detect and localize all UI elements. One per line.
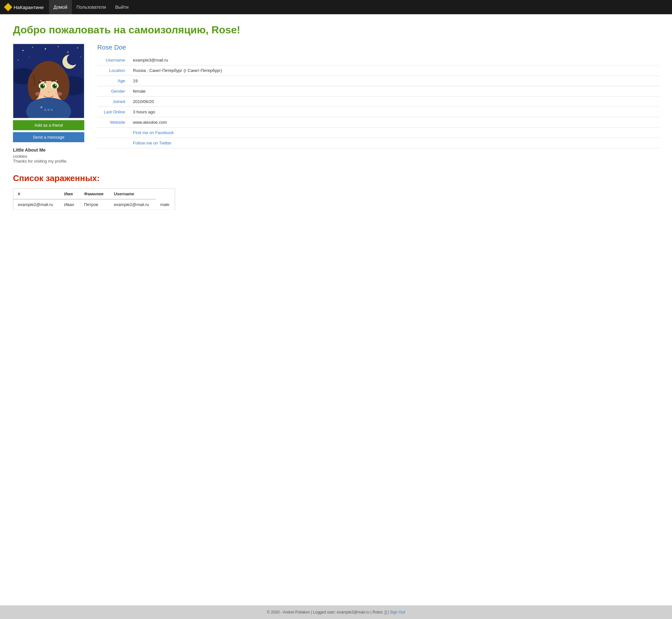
field-value: www.alexdoe.com xyxy=(130,117,659,128)
footer-text: © 2020 - Andrei Poliakov | Logged user: … xyxy=(267,610,390,614)
field-label: Gender xyxy=(97,86,130,96)
profile-left: Add as a friend Send a message Little Ab… xyxy=(13,44,84,163)
brand-icon xyxy=(4,3,12,11)
profile-name: Rose Doe xyxy=(97,44,659,51)
infected-column-header: Username xyxy=(109,189,156,200)
infected-column-header: Фамилия xyxy=(79,189,109,200)
field-label: Username xyxy=(97,55,130,65)
field-value: female xyxy=(130,86,659,96)
profile-right: Rose Doe Usernameexample3@mail.ruLocatio… xyxy=(97,44,659,163)
field-value: 3 hours ago xyxy=(130,107,659,117)
svg-point-4 xyxy=(58,46,59,47)
brand-name: НаКарантине xyxy=(14,5,44,10)
profile-field-row: LocationRussia , Санкт-Петербург (г Санк… xyxy=(97,65,659,76)
brand: НаКарантине xyxy=(5,4,44,10)
profile-field-row: Last Online3 hours ago xyxy=(97,107,659,117)
profile-details-table: Usernameexample3@mail.ruLocationRussia ,… xyxy=(97,55,659,128)
send-message-button[interactable]: Send a message xyxy=(13,132,84,142)
svg-point-6 xyxy=(77,47,78,48)
svg-point-32 xyxy=(56,92,62,96)
field-value: example3@mail.ru xyxy=(130,55,659,65)
profile-field-row: Websitewww.alexdoe.com xyxy=(97,117,659,128)
svg-point-12 xyxy=(67,54,78,65)
field-label: Last Online xyxy=(97,107,130,117)
profile-field-row: Age19 xyxy=(97,76,659,86)
svg-point-22 xyxy=(32,68,65,81)
field-label: Joined xyxy=(97,96,130,107)
field-value: Russia , Санкт-Петербург (г Санкт-Петерб… xyxy=(130,65,659,76)
profile-section: Add as a friend Send a message Little Ab… xyxy=(13,44,659,163)
about-me-section: Little About Me cookies Thanks for visit… xyxy=(13,147,84,163)
main-content: Добро пожаловать на самоизоляцию, Rose! xyxy=(0,14,672,605)
svg-point-31 xyxy=(35,92,42,96)
nav-link-logout[interactable]: Выйти xyxy=(111,0,133,14)
field-value: 2010/06/20 xyxy=(130,96,659,107)
infected-column-header: # xyxy=(13,189,60,200)
welcome-title: Добро пожаловать на самоизоляцию, Rose! xyxy=(13,24,659,36)
svg-point-3 xyxy=(45,48,46,50)
row-id: example2@mail.ru xyxy=(13,199,60,210)
profile-links-table: Find me on FacebookFollow me on Twitter xyxy=(97,128,659,148)
field-value: 19 xyxy=(130,76,659,86)
infected-table: #ИмяФамилияUsername example2@mail.ru Ива… xyxy=(13,189,175,210)
svg-point-7 xyxy=(17,60,18,61)
about-me-line1: cookies xyxy=(13,154,84,159)
row-last: Петров xyxy=(79,199,109,210)
nav-links: Домой Пользователи Выйти xyxy=(49,0,133,14)
field-label: Age xyxy=(97,76,130,86)
sign-out-link[interactable]: Sign Out xyxy=(390,610,405,614)
field-label: Website xyxy=(97,117,130,128)
profile-field-row: Genderfemale xyxy=(97,86,659,96)
profile-external-link[interactable]: Find me on Facebook xyxy=(130,128,659,138)
profile-field-row: Usernameexample3@mail.ru xyxy=(97,55,659,65)
link-spacer xyxy=(97,138,130,148)
profile-link-row: Find me on Facebook xyxy=(97,128,659,138)
navbar: НаКарантине Домой Пользователи Выйти xyxy=(0,0,672,14)
row-first: Иван xyxy=(60,199,79,210)
about-me-title: Little About Me xyxy=(13,147,84,152)
infected-column-header: Имя xyxy=(60,189,79,200)
svg-point-9 xyxy=(80,57,81,57)
svg-point-5 xyxy=(67,52,68,53)
svg-point-2 xyxy=(32,47,33,48)
svg-point-1 xyxy=(22,50,24,51)
nav-link-users[interactable]: Пользователи xyxy=(72,0,111,14)
profile-link-row: Follow me on Twitter xyxy=(97,138,659,148)
link-spacer xyxy=(97,128,130,138)
nav-link-home[interactable]: Домой xyxy=(49,0,72,14)
profile-external-link[interactable]: Follow me on Twitter xyxy=(130,138,659,148)
about-me-line2: Thanks for visiting my profile. xyxy=(13,159,84,163)
field-label: Location xyxy=(97,65,130,76)
row-username: example2@mail.ru xyxy=(109,199,156,210)
svg-point-10 xyxy=(29,57,30,57)
svg-point-29 xyxy=(43,84,44,86)
row-extra: male xyxy=(156,199,175,210)
profile-avatar xyxy=(13,44,84,118)
svg-point-35 xyxy=(47,108,50,112)
add-friend-button[interactable]: Add as a friend xyxy=(13,120,84,130)
svg-point-30 xyxy=(55,84,56,86)
table-row: example2@mail.ru Иван Петров example2@ma… xyxy=(13,199,175,210)
svg-point-34 xyxy=(44,108,47,112)
profile-field-row: Joined2010/06/20 xyxy=(97,96,659,107)
footer: © 2020 - Andrei Poliakov | Logged user: … xyxy=(0,605,672,619)
infected-title: Список зараженных: xyxy=(13,173,659,183)
infected-section: Список зараженных: #ИмяФамилияUsername e… xyxy=(13,173,659,210)
svg-point-36 xyxy=(50,108,54,112)
